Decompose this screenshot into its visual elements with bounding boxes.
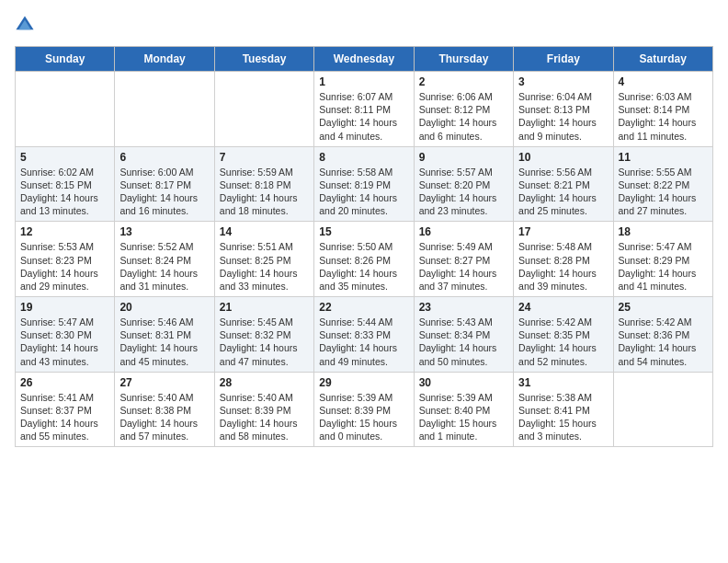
day-info: Sunrise: 5:53 AM Sunset: 8:23 PM Dayligh… (20, 240, 109, 293)
calendar-cell: 20Sunrise: 5:46 AM Sunset: 8:31 PM Dayli… (115, 297, 214, 373)
day-info: Sunrise: 6:07 AM Sunset: 8:11 PM Dayligh… (319, 90, 408, 143)
calendar-cell: 15Sunrise: 5:50 AM Sunset: 8:26 PM Dayli… (314, 222, 414, 297)
calendar-cell: 2Sunrise: 6:06 AM Sunset: 8:12 PM Daylig… (414, 72, 513, 147)
day-number: 6 (119, 151, 209, 164)
calendar-cell: 29Sunrise: 5:39 AM Sunset: 8:39 PM Dayli… (314, 372, 414, 447)
day-info: Sunrise: 5:39 AM Sunset: 8:39 PM Dayligh… (319, 391, 408, 443)
day-info: Sunrise: 5:47 AM Sunset: 8:30 PM Dayligh… (20, 316, 109, 368)
day-number: 24 (518, 301, 608, 314)
weekday-header-tuesday: Tuesday (214, 47, 313, 72)
day-number: 12 (20, 225, 109, 238)
day-info: Sunrise: 5:42 AM Sunset: 8:35 PM Dayligh… (518, 316, 608, 368)
day-number: 19 (20, 301, 109, 314)
day-info: Sunrise: 5:52 AM Sunset: 8:24 PM Dayligh… (119, 240, 209, 293)
day-info: Sunrise: 5:56 AM Sunset: 8:21 PM Dayligh… (518, 166, 608, 218)
day-info: Sunrise: 5:45 AM Sunset: 8:32 PM Dayligh… (220, 316, 309, 368)
calendar-cell: 27Sunrise: 5:40 AM Sunset: 8:38 PM Dayli… (115, 372, 214, 447)
day-number: 30 (419, 376, 508, 389)
day-number: 17 (518, 225, 608, 238)
calendar-cell: 17Sunrise: 5:48 AM Sunset: 8:28 PM Dayli… (514, 222, 613, 297)
day-info: Sunrise: 5:47 AM Sunset: 8:29 PM Dayligh… (619, 240, 708, 293)
calendar-cell (214, 72, 313, 147)
day-info: Sunrise: 5:51 AM Sunset: 8:25 PM Dayligh… (220, 240, 309, 293)
calendar-cell: 19Sunrise: 5:47 AM Sunset: 8:30 PM Dayli… (16, 297, 115, 373)
day-info: Sunrise: 5:57 AM Sunset: 8:20 PM Dayligh… (419, 166, 508, 218)
day-number: 31 (518, 376, 608, 389)
day-number: 29 (319, 376, 408, 389)
calendar-cell: 5Sunrise: 6:02 AM Sunset: 8:15 PM Daylig… (16, 146, 115, 222)
day-number: 5 (20, 151, 109, 164)
day-info: Sunrise: 5:43 AM Sunset: 8:34 PM Dayligh… (419, 316, 508, 368)
calendar-cell: 21Sunrise: 5:45 AM Sunset: 8:32 PM Dayli… (214, 297, 313, 373)
day-number: 28 (220, 376, 309, 389)
calendar-cell: 6Sunrise: 6:00 AM Sunset: 8:17 PM Daylig… (115, 146, 214, 222)
calendar-cell: 22Sunrise: 5:44 AM Sunset: 8:33 PM Dayli… (314, 297, 414, 373)
calendar-cell: 8Sunrise: 5:58 AM Sunset: 8:19 PM Daylig… (314, 146, 414, 222)
calendar-cell: 10Sunrise: 5:56 AM Sunset: 8:21 PM Dayli… (514, 146, 613, 222)
day-number: 15 (319, 225, 408, 238)
calendar-week-row: 12Sunrise: 5:53 AM Sunset: 8:23 PM Dayli… (16, 222, 713, 297)
day-info: Sunrise: 5:39 AM Sunset: 8:40 PM Dayligh… (419, 391, 508, 443)
weekday-header-friday: Friday (514, 47, 613, 72)
calendar-cell (16, 72, 115, 147)
calendar-cell: 28Sunrise: 5:40 AM Sunset: 8:39 PM Dayli… (214, 372, 313, 447)
weekday-header-wednesday: Wednesday (314, 47, 414, 72)
day-number: 21 (220, 301, 309, 314)
day-info: Sunrise: 6:04 AM Sunset: 8:13 PM Dayligh… (518, 90, 608, 143)
day-info: Sunrise: 5:41 AM Sunset: 8:37 PM Dayligh… (20, 391, 109, 443)
calendar-cell: 13Sunrise: 5:52 AM Sunset: 8:24 PM Dayli… (115, 222, 214, 297)
day-info: Sunrise: 5:50 AM Sunset: 8:26 PM Dayligh… (319, 240, 408, 293)
calendar-cell: 16Sunrise: 5:49 AM Sunset: 8:27 PM Dayli… (414, 222, 513, 297)
day-number: 25 (619, 301, 708, 314)
logo (15, 15, 39, 35)
calendar-cell (613, 372, 712, 447)
day-info: Sunrise: 5:59 AM Sunset: 8:18 PM Dayligh… (220, 166, 309, 218)
day-number: 23 (419, 301, 508, 314)
day-number: 7 (220, 151, 309, 164)
day-info: Sunrise: 6:06 AM Sunset: 8:12 PM Dayligh… (419, 90, 508, 143)
calendar-cell: 4Sunrise: 6:03 AM Sunset: 8:14 PM Daylig… (613, 72, 712, 147)
calendar-cell: 26Sunrise: 5:41 AM Sunset: 8:37 PM Dayli… (16, 372, 115, 447)
logo-icon (15, 15, 35, 35)
weekday-header-saturday: Saturday (613, 47, 712, 72)
day-info: Sunrise: 5:48 AM Sunset: 8:28 PM Dayligh… (518, 240, 608, 293)
day-info: Sunrise: 5:55 AM Sunset: 8:22 PM Dayligh… (619, 166, 708, 218)
calendar-week-row: 5Sunrise: 6:02 AM Sunset: 8:15 PM Daylig… (16, 146, 713, 222)
calendar-cell (115, 72, 214, 147)
calendar-cell: 23Sunrise: 5:43 AM Sunset: 8:34 PM Dayli… (414, 297, 513, 373)
calendar-cell: 18Sunrise: 5:47 AM Sunset: 8:29 PM Dayli… (613, 222, 712, 297)
day-number: 4 (619, 75, 708, 88)
calendar-cell: 14Sunrise: 5:51 AM Sunset: 8:25 PM Dayli… (214, 222, 313, 297)
day-number: 20 (119, 301, 209, 314)
weekday-header-sunday: Sunday (16, 47, 115, 72)
day-info: Sunrise: 5:38 AM Sunset: 8:41 PM Dayligh… (518, 391, 608, 443)
day-number: 18 (619, 225, 708, 238)
day-info: Sunrise: 5:44 AM Sunset: 8:33 PM Dayligh… (319, 316, 408, 368)
day-number: 3 (518, 75, 608, 88)
day-info: Sunrise: 5:40 AM Sunset: 8:39 PM Dayligh… (220, 391, 309, 443)
day-number: 27 (119, 376, 209, 389)
day-info: Sunrise: 6:00 AM Sunset: 8:17 PM Dayligh… (119, 166, 209, 218)
weekday-header-row: SundayMondayTuesdayWednesdayThursdayFrid… (16, 47, 713, 72)
day-info: Sunrise: 5:58 AM Sunset: 8:19 PM Dayligh… (319, 166, 408, 218)
calendar-cell: 11Sunrise: 5:55 AM Sunset: 8:22 PM Dayli… (613, 146, 712, 222)
weekday-header-thursday: Thursday (414, 47, 513, 72)
calendar-table: SundayMondayTuesdayWednesdayThursdayFrid… (15, 46, 713, 447)
calendar-cell: 24Sunrise: 5:42 AM Sunset: 8:35 PM Dayli… (514, 297, 613, 373)
day-info: Sunrise: 5:40 AM Sunset: 8:38 PM Dayligh… (119, 391, 209, 443)
day-info: Sunrise: 5:46 AM Sunset: 8:31 PM Dayligh… (119, 316, 209, 368)
day-number: 11 (619, 151, 708, 164)
day-number: 16 (419, 225, 508, 238)
day-info: Sunrise: 6:02 AM Sunset: 8:15 PM Dayligh… (20, 166, 109, 218)
calendar-week-row: 26Sunrise: 5:41 AM Sunset: 8:37 PM Dayli… (16, 372, 713, 447)
calendar-cell: 31Sunrise: 5:38 AM Sunset: 8:41 PM Dayli… (514, 372, 613, 447)
calendar-cell: 1Sunrise: 6:07 AM Sunset: 8:11 PM Daylig… (314, 72, 414, 147)
day-info: Sunrise: 6:03 AM Sunset: 8:14 PM Dayligh… (619, 90, 708, 143)
calendar-cell: 30Sunrise: 5:39 AM Sunset: 8:40 PM Dayli… (414, 372, 513, 447)
calendar-cell: 7Sunrise: 5:59 AM Sunset: 8:18 PM Daylig… (214, 146, 313, 222)
calendar-cell: 9Sunrise: 5:57 AM Sunset: 8:20 PM Daylig… (414, 146, 513, 222)
day-number: 2 (419, 75, 508, 88)
calendar-week-row: 1Sunrise: 6:07 AM Sunset: 8:11 PM Daylig… (16, 72, 713, 147)
day-number: 9 (419, 151, 508, 164)
day-number: 14 (220, 225, 309, 238)
